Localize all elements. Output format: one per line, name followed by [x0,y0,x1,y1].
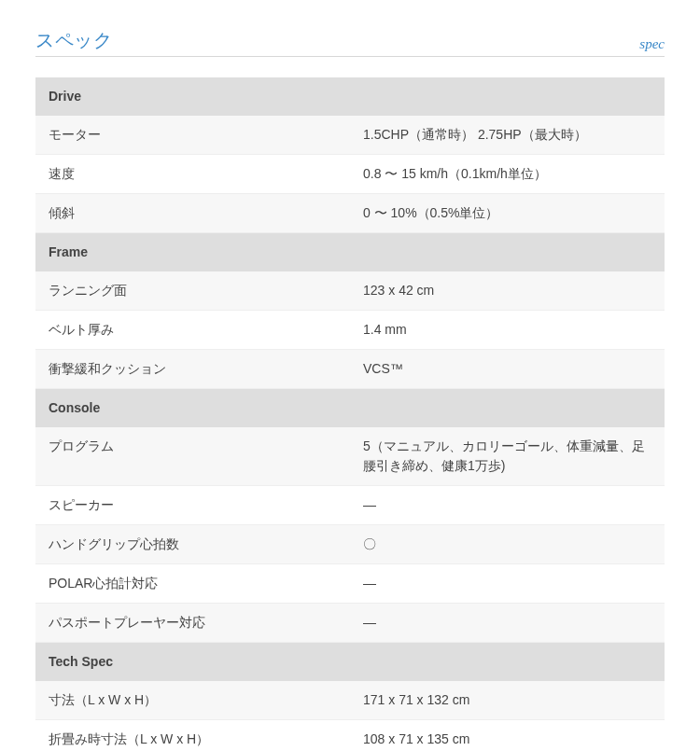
table-row: ハンドグリップ心拍数〇 [35,525,665,564]
section-title: Console [35,389,665,428]
row-value: 108 x 71 x 135 cm [350,720,665,752]
row-label: 衝撃緩和クッション [35,350,350,389]
row-value: — [350,486,665,525]
table-row: スピーカー— [35,486,665,525]
row-label: パスポートプレーヤー対応 [35,604,350,643]
table-row: 速度0.8 〜 15 km/h（0.1km/h単位） [35,155,665,194]
section-header: Console [35,389,665,428]
row-label: 傾斜 [35,194,350,233]
table-row: POLAR心拍計対応— [35,564,665,604]
row-value: VCS™ [350,350,665,389]
row-label: スピーカー [35,486,350,525]
row-value: 1.4 mm [350,311,665,350]
row-value: 〇 [350,525,665,564]
table-row: モーター1.5CHP（通常時） 2.75HP（最大時） [35,116,665,155]
row-label: プログラム [35,427,350,486]
row-label: POLAR心拍計対応 [35,564,350,604]
row-value: 1.5CHP（通常時） 2.75HP（最大時） [350,116,665,155]
row-value: — [350,564,665,604]
header-title: スペック [35,26,112,54]
table-row: 傾斜0 〜 10%（0.5%単位） [35,194,665,233]
section-header: Tech Spec [35,643,665,682]
row-value: 5（マニュアル、カロリーゴール、体重減量、足腰引き締め、健康1万歩) [350,427,665,486]
row-label: 折畳み時寸法（L x W x H） [35,720,350,752]
row-label: モーター [35,116,350,155]
row-label: ベルト厚み [35,311,350,350]
row-value: 171 x 71 x 132 cm [350,681,665,720]
row-value: 123 x 42 cm [350,271,665,311]
table-row: 寸法（L x W x H）171 x 71 x 132 cm [35,681,665,720]
table-row: プログラム5（マニュアル、カロリーゴール、体重減量、足腰引き締め、健康1万歩) [35,427,665,486]
table-row: パスポートプレーヤー対応— [35,604,665,643]
row-label: ランニング面 [35,271,350,311]
row-label: 寸法（L x W x H） [35,681,350,720]
table-row: ベルト厚み1.4 mm [35,311,665,350]
row-value: 0.8 〜 15 km/h（0.1km/h単位） [350,155,665,194]
section-title: Tech Spec [35,643,665,682]
section-header: Drive [35,77,665,116]
header-subtitle: spec [639,34,665,55]
row-label: 速度 [35,155,350,194]
table-row: ランニング面123 x 42 cm [35,271,665,311]
page-header: スペック spec [35,26,665,57]
table-row: 衝撃緩和クッションVCS™ [35,350,665,389]
row-label: ハンドグリップ心拍数 [35,525,350,564]
row-value: — [350,604,665,643]
section-title: Drive [35,77,665,116]
row-value: 0 〜 10%（0.5%単位） [350,194,665,233]
spec-table: Driveモーター1.5CHP（通常時） 2.75HP（最大時）速度0.8 〜 … [35,77,665,751]
table-row: 折畳み時寸法（L x W x H）108 x 71 x 135 cm [35,720,665,752]
section-header: Frame [35,233,665,272]
section-title: Frame [35,233,665,272]
